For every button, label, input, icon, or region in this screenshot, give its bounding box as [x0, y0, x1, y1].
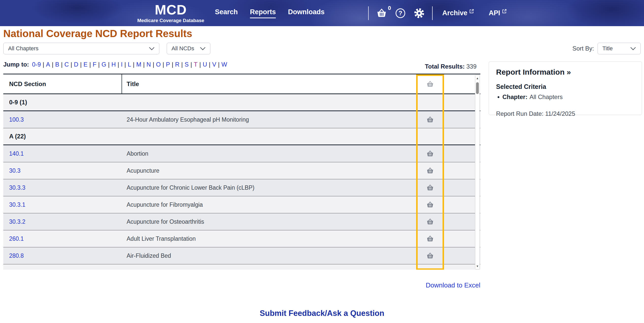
jump-link-s[interactable]: S [184, 61, 189, 68]
jump-link-g[interactable]: G [101, 61, 107, 68]
report-run-date: Report Run Date: 11/24/2025 [496, 110, 635, 117]
jump-link-e[interactable]: E [83, 61, 88, 68]
table-row: 30.3 Acupuncture [3, 162, 480, 179]
jump-link-r[interactable]: R [175, 61, 180, 68]
archive-link[interactable]: Archive [442, 9, 474, 17]
add-to-basket-icon[interactable] [426, 218, 434, 225]
chapters-dropdown-value: All Chapters [8, 45, 39, 52]
jump-link-f[interactable]: F [92, 61, 97, 68]
basket-column-icon[interactable] [426, 81, 434, 87]
jump-link-i[interactable]: I [121, 61, 123, 68]
nav-reports[interactable]: Reports [250, 8, 276, 18]
basket-icon[interactable]: 0 [376, 8, 387, 18]
jump-link-d[interactable]: D [73, 61, 79, 68]
ncd-title: Acupuncture [127, 167, 159, 174]
jump-link-p[interactable]: P [165, 61, 171, 68]
external-link-icon [469, 8, 474, 15]
ncd-section-link[interactable]: 240.9 [9, 269, 24, 270]
scrollbar-up-arrow[interactable]: ▲ [475, 75, 480, 81]
ncd-section-link[interactable]: 260.1 [9, 235, 24, 242]
nav-downloads[interactable]: Downloads [288, 8, 325, 18]
ncd-title: Acupuncture for Chronic Lower Back Pain … [127, 184, 255, 191]
separator: | [142, 61, 146, 68]
help-icon[interactable]: ? [396, 8, 405, 18]
mcd-report-results-page: MCD Medicare Coverage Database Search Re… [0, 0, 644, 323]
main-nav: Search Reports Downloads [215, 8, 325, 18]
table-row: 140.1 Abortion [3, 145, 480, 162]
jump-link-n[interactable]: N [146, 61, 151, 68]
help-glyph: ? [399, 10, 402, 17]
bullet-dot [498, 96, 499, 98]
separator: | [41, 61, 45, 68]
feedback-row: Submit Feedback/Ask a Question [0, 309, 644, 318]
report-run-date-value: 11/24/2025 [545, 110, 575, 117]
separator: | [107, 61, 111, 68]
ncd-section-link[interactable]: 30.3.1 [9, 201, 25, 208]
jump-link-o[interactable]: O [156, 61, 161, 68]
separator: | [189, 61, 193, 68]
jump-link-v[interactable]: V [212, 61, 217, 68]
separator: | [88, 61, 92, 68]
gear-icon[interactable] [414, 8, 425, 19]
scrollbar-thumb[interactable] [476, 82, 479, 94]
group-row: A (22) [3, 128, 480, 145]
scrollbar-down-arrow[interactable]: ▼ [475, 263, 480, 269]
jump-link-u[interactable]: U [202, 61, 208, 68]
submit-feedback-link[interactable]: Submit Feedback/Ask a Question [260, 309, 384, 318]
jump-link-t[interactable]: T [193, 61, 198, 68]
chevron-down-icon [630, 45, 636, 52]
add-to-basket-icon[interactable] [426, 116, 434, 123]
group-label: 0-9 (1) [9, 99, 27, 106]
jump-link-0-9[interactable]: 0-9 [31, 61, 41, 68]
download-to-excel-link[interactable]: Download to Excel [426, 281, 480, 289]
report-run-date-label: Report Run Date: [496, 110, 544, 117]
sort-by-value: Title [602, 45, 613, 52]
report-information-title[interactable]: Report Information » [496, 68, 635, 76]
ncd-section-link[interactable]: 280.8 [9, 252, 24, 259]
separator: | [116, 61, 120, 68]
ncd-section-link[interactable]: 100.3 [9, 116, 24, 123]
mcd-logo[interactable]: MCD Medicare Coverage Database [137, 3, 204, 23]
sort-by-dropdown[interactable]: Title [598, 43, 641, 54]
table-row: 100.3 24-Hour Ambulatory Esophageal pH M… [3, 111, 480, 128]
ncd-section-link[interactable]: 30.3.2 [9, 218, 25, 225]
add-to-basket-icon[interactable] [426, 201, 434, 208]
ncds-dropdown-value: All NCDs [172, 45, 194, 52]
ncd-title: Abortion [127, 150, 148, 157]
jump-link-w[interactable]: W [221, 61, 228, 68]
add-to-basket-icon[interactable] [426, 252, 434, 259]
jump-to-label: Jump to: [3, 61, 29, 68]
add-to-basket-icon[interactable] [426, 150, 434, 157]
group-label: A (22) [9, 133, 26, 140]
jump-link-l[interactable]: L [127, 61, 131, 68]
separator: | [198, 61, 202, 68]
ncd-section-link[interactable]: 140.1 [9, 150, 24, 157]
nav-search[interactable]: Search [215, 8, 238, 18]
mcd-logo-subtitle: Medicare Coverage Database [137, 18, 204, 23]
add-to-basket-icon[interactable] [426, 184, 434, 191]
separator: | [69, 61, 73, 68]
ncds-dropdown[interactable]: All NCDs [167, 43, 210, 54]
separator: | [123, 61, 127, 68]
add-to-basket-icon[interactable] [426, 167, 434, 174]
jump-link-m[interactable]: M [136, 61, 142, 68]
api-link[interactable]: API [489, 9, 507, 17]
separator: | [217, 61, 221, 68]
separator: | [171, 61, 175, 68]
jump-link-a[interactable]: A [45, 61, 50, 68]
add-to-basket-icon[interactable] [426, 269, 434, 270]
chapters-dropdown[interactable]: All Chapters [3, 43, 159, 54]
jump-link-b[interactable]: B [55, 61, 60, 68]
table-scrollbar[interactable]: ▲ ▼ [475, 75, 480, 269]
report-information-panel: Report Information » Selected Criteria C… [489, 61, 642, 115]
ncd-section-link[interactable]: 30.3.3 [9, 184, 25, 191]
ncd-title: Acupuncture for Osteoarthritis [127, 218, 204, 225]
separator: | [180, 61, 184, 68]
ncd-section-link[interactable]: 30.3 [9, 167, 21, 174]
table-row: 240.9 Adult Testing for NIPPV [3, 264, 480, 270]
separator: | [132, 61, 136, 68]
add-to-basket-icon[interactable] [426, 235, 434, 242]
jump-link-h[interactable]: H [111, 61, 116, 68]
ncd-title: Adult Liver Transplantation [127, 235, 196, 242]
jump-link-c[interactable]: C [64, 61, 69, 68]
